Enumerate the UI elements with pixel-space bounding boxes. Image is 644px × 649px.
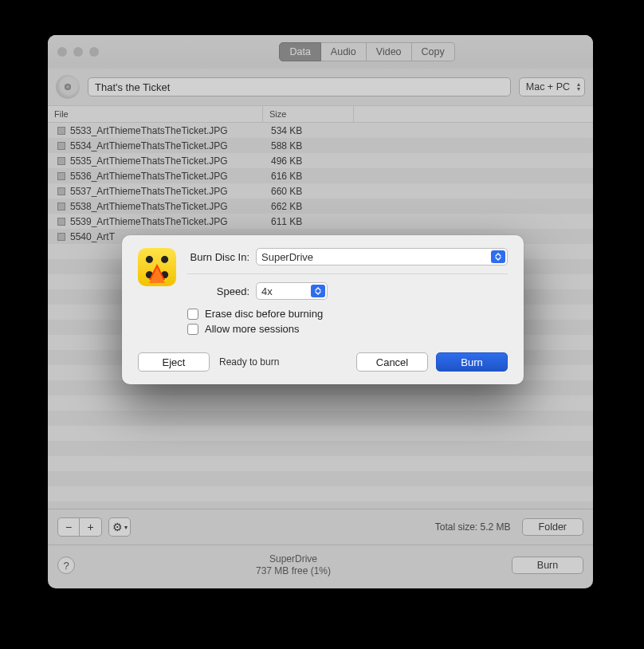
chevron-updown-icon — [311, 285, 325, 297]
file-icon — [57, 157, 65, 165]
allow-sessions-label: Allow more sessions — [205, 323, 300, 335]
filesystem-select[interactable]: Mac + PC ▴▾ — [519, 77, 585, 96]
zoom-icon[interactable] — [89, 47, 99, 57]
burn-dialog: Burn Disc In: SuperDrive Speed: 4x — [122, 235, 524, 384]
file-name: 5538_ArtThiemeThatsTheTicket.JPG — [70, 201, 228, 212]
file-size-cell: 496 KB — [263, 155, 354, 167]
minimize-icon[interactable] — [73, 47, 83, 57]
file-name: 5540_ArtT — [70, 231, 115, 242]
drive-status: SuperDrive 737 MB free (1%) — [75, 553, 512, 577]
empty-row — [48, 426, 593, 441]
empty-row — [48, 441, 593, 456]
total-size-label: Total size: 5.2 MB — [435, 521, 511, 533]
file-name-cell: 5534_ArtThiemeThatsTheTicket.JPG — [48, 140, 263, 151]
burn-drive-value: SuperDrive — [261, 251, 313, 263]
file-name: 5534_ArtThiemeThatsTheTicket.JPG — [70, 140, 228, 151]
file-name: 5536_ArtThiemeThatsTheTicket.JPG — [70, 171, 228, 182]
file-name-cell: 5533_ArtThiemeThatsTheTicket.JPG — [48, 125, 263, 136]
file-name: 5535_ArtThiemeThatsTheTicket.JPG — [70, 155, 228, 167]
table-row[interactable]: 5535_ArtThiemeThatsTheTicket.JPG496 KB — [48, 153, 593, 168]
empty-row — [48, 411, 593, 426]
window-controls — [57, 47, 99, 57]
file-name: 5537_ArtThiemeThatsTheTicket.JPG — [70, 186, 228, 197]
add-button[interactable]: + — [80, 517, 102, 537]
allow-sessions-row[interactable]: Allow more sessions — [187, 323, 508, 335]
burn-status-text: Ready to burn — [219, 356, 279, 368]
options-button[interactable]: ⚙ ▾ — [108, 517, 131, 537]
tab-copy[interactable]: Copy — [412, 42, 455, 61]
erase-checkbox-row[interactable]: Erase disc before burning — [187, 308, 508, 320]
cancel-button[interactable]: Cancel — [356, 352, 428, 372]
file-name-cell: 5539_ArtThiemeThatsTheTicket.JPG — [48, 216, 263, 227]
allow-sessions-checkbox[interactable] — [187, 324, 198, 335]
column-size[interactable]: Size — [263, 106, 354, 122]
status-bar: ? SuperDrive 737 MB free (1%) Burn — [48, 545, 593, 588]
tab-data[interactable]: Data — [279, 42, 320, 61]
burn-button[interactable]: Burn — [436, 352, 508, 372]
file-size-cell: 662 KB — [263, 201, 354, 212]
gear-icon: ⚙ — [112, 521, 123, 533]
file-name-cell: 5537_ArtThiemeThatsTheTicket.JPG — [48, 186, 263, 197]
disc-name-input[interactable]: That's the Ticket — [88, 77, 511, 96]
bottom-toolbar: − + ⚙ ▾ Total size: 5.2 MB Folder — [48, 509, 593, 545]
table-row[interactable]: 5539_ArtThiemeThatsTheTicket.JPG611 KB — [48, 214, 593, 229]
chevron-updown-icon — [491, 250, 505, 263]
file-icon — [57, 172, 65, 180]
file-icon — [57, 233, 65, 241]
drive-free: 737 MB free (1%) — [75, 565, 512, 577]
updown-icon: ▴▾ — [577, 82, 580, 92]
main-burn-button[interactable]: Burn — [512, 557, 583, 574]
speed-label: Speed: — [187, 285, 249, 297]
file-size-cell: 611 KB — [263, 216, 354, 227]
table-row[interactable]: 5533_ArtThiemeThatsTheTicket.JPG534 KB — [48, 123, 593, 138]
empty-row — [48, 471, 593, 486]
erase-label: Erase disc before burning — [205, 308, 323, 320]
column-file[interactable]: File — [48, 106, 263, 122]
burn-in-label: Burn Disc In: — [187, 251, 249, 263]
chevron-down-icon: ▾ — [124, 524, 128, 531]
file-icon — [57, 127, 65, 135]
empty-row — [48, 456, 593, 471]
file-size-cell: 660 KB — [263, 186, 354, 197]
table-row[interactable]: 5534_ArtThiemeThatsTheTicket.JPG588 KB — [48, 138, 593, 153]
table-row[interactable]: 5536_ArtThiemeThatsTheTicket.JPG616 KB — [48, 168, 593, 183]
empty-row — [48, 486, 593, 502]
burn-app-icon — [138, 248, 176, 286]
mode-tabs: Data Audio Video Copy — [279, 42, 454, 61]
erase-checkbox[interactable] — [187, 309, 198, 320]
file-name: 5539_ArtThiemeThatsTheTicket.JPG — [70, 216, 228, 227]
disc-icon — [56, 75, 80, 99]
close-icon[interactable] — [57, 47, 67, 57]
file-icon — [57, 187, 65, 195]
file-icon — [57, 142, 65, 150]
remove-button[interactable]: − — [57, 517, 80, 537]
tab-video[interactable]: Video — [367, 42, 412, 61]
eject-button[interactable]: Eject — [138, 352, 210, 372]
file-icon — [57, 203, 65, 210]
burn-drive-select[interactable]: SuperDrive — [256, 248, 508, 266]
table-row[interactable]: 5537_ArtThiemeThatsTheTicket.JPG660 KB — [48, 183, 593, 199]
table-row[interactable]: 5538_ArtThiemeThatsTheTicket.JPG662 KB — [48, 199, 593, 214]
help-button[interactable]: ? — [57, 557, 75, 574]
folder-button[interactable]: Folder — [522, 518, 583, 536]
drive-name: SuperDrive — [75, 553, 512, 565]
empty-row — [48, 502, 593, 509]
empty-row — [48, 395, 593, 411]
speed-value: 4x — [261, 285, 273, 297]
disc-name-row: That's the Ticket Mac + PC ▴▾ — [48, 69, 593, 105]
file-size-cell: 616 KB — [263, 171, 354, 182]
titlebar: Data Audio Video Copy — [48, 35, 593, 69]
tab-audio[interactable]: Audio — [321, 42, 367, 61]
file-name-cell: 5536_ArtThiemeThatsTheTicket.JPG — [48, 171, 263, 182]
table-header: File Size — [48, 105, 593, 123]
file-size-cell: 534 KB — [263, 125, 354, 136]
add-remove-group: − + — [57, 517, 102, 537]
file-icon — [57, 218, 65, 226]
file-name-cell: 5535_ArtThiemeThatsTheTicket.JPG — [48, 155, 263, 167]
filesystem-select-value: Mac + PC — [526, 81, 570, 92]
file-name-cell: 5538_ArtThiemeThatsTheTicket.JPG — [48, 201, 263, 212]
file-name: 5533_ArtThiemeThatsTheTicket.JPG — [70, 125, 228, 136]
file-size-cell: 588 KB — [263, 140, 354, 151]
column-blank — [354, 106, 593, 122]
speed-select[interactable]: 4x — [256, 282, 328, 300]
